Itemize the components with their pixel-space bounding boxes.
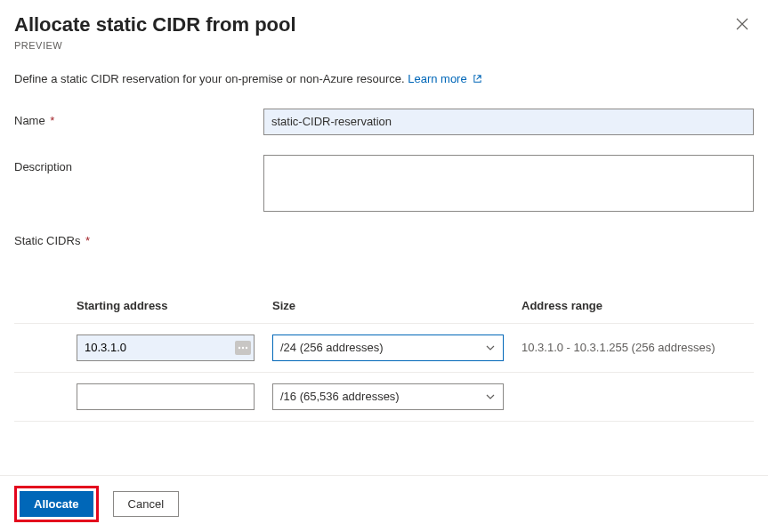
cidr-table: Starting address Size Address range bbox=[14, 292, 754, 422]
name-input[interactable] bbox=[263, 109, 754, 135]
name-label: Name * bbox=[14, 109, 263, 127]
allocate-button-highlight: Allocate bbox=[14, 486, 99, 522]
learn-more-label: Learn more bbox=[408, 72, 466, 85]
description-label: Description bbox=[14, 155, 263, 173]
panel-header: Allocate static CIDR from pool PREVIEW bbox=[14, 12, 754, 51]
static-cidrs-label: Static CIDRs * bbox=[14, 234, 754, 247]
address-range-text: 10.3.1.0 - 10.3.1.255 (256 addresses) bbox=[521, 341, 715, 354]
ellipsis-icon[interactable] bbox=[235, 341, 251, 355]
description-input[interactable] bbox=[263, 155, 754, 212]
table-header-row: Starting address Size Address range bbox=[14, 292, 754, 324]
size-value: /24 (256 addresses) bbox=[280, 341, 384, 354]
panel-description: Define a static CIDR reservation for you… bbox=[14, 72, 754, 85]
description-row: Description bbox=[14, 155, 754, 214]
col-size: Size bbox=[272, 292, 521, 324]
form-area: Name * Description Static CIDRs * bbox=[14, 109, 754, 422]
cancel-button[interactable]: Cancel bbox=[113, 491, 179, 517]
size-select[interactable]: /24 (256 addresses) bbox=[272, 335, 504, 361]
chevron-down-icon bbox=[485, 391, 496, 402]
name-row: Name * bbox=[14, 109, 754, 135]
close-button[interactable] bbox=[731, 12, 754, 36]
panel-footer: Allocate Cancel bbox=[0, 475, 768, 532]
chevron-down-icon bbox=[485, 343, 496, 353]
preview-label: PREVIEW bbox=[14, 40, 296, 51]
svg-point-1 bbox=[242, 346, 244, 348]
close-icon bbox=[736, 20, 748, 33]
svg-point-0 bbox=[238, 346, 240, 348]
col-starting-address: Starting address bbox=[77, 292, 272, 324]
starting-address-field bbox=[77, 383, 255, 410]
learn-more-link[interactable]: Learn more bbox=[408, 72, 482, 85]
external-link-icon bbox=[470, 72, 482, 85]
size-select[interactable]: /16 (65,536 addresses) bbox=[272, 383, 504, 410]
starting-address-input[interactable] bbox=[77, 335, 255, 361]
size-value: /16 (65,536 addresses) bbox=[280, 390, 400, 403]
starting-address-field bbox=[77, 335, 255, 361]
svg-point-2 bbox=[246, 346, 247, 348]
required-asterisk: * bbox=[82, 234, 90, 247]
cidr-table-area: Starting address Size Address range bbox=[14, 292, 754, 422]
col-address-range: Address range bbox=[521, 292, 754, 324]
table-row: /24 (256 addresses) 10.3.1.0 - 10.3.1.25… bbox=[14, 323, 754, 372]
panel-title: Allocate static CIDR from pool bbox=[14, 12, 296, 38]
description-text: Define a static CIDR reservation for you… bbox=[14, 72, 408, 85]
starting-address-input[interactable] bbox=[77, 383, 255, 410]
allocate-static-cidr-panel: Allocate static CIDR from pool PREVIEW D… bbox=[0, 0, 768, 532]
table-row: /16 (65,536 addresses) bbox=[14, 372, 754, 421]
allocate-button[interactable]: Allocate bbox=[20, 491, 93, 517]
required-asterisk: * bbox=[47, 114, 55, 127]
